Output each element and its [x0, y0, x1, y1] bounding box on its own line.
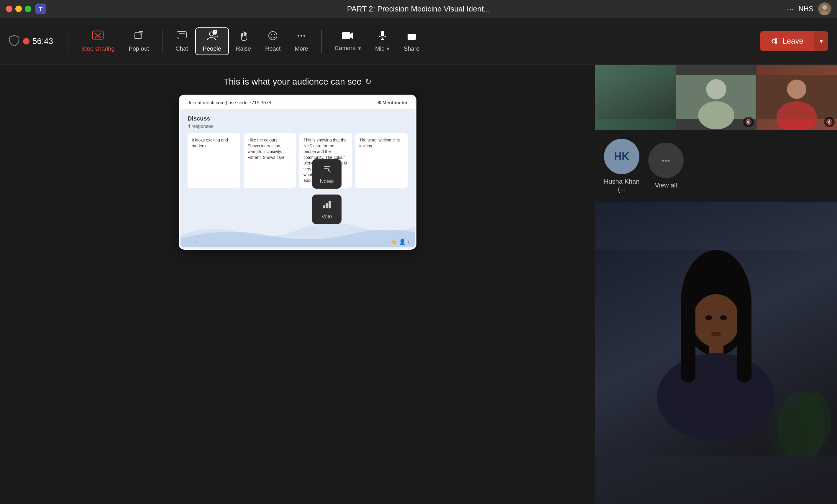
more-button[interactable]: More	[288, 28, 315, 55]
svg-point-53	[693, 294, 740, 347]
maximize-button[interactable]	[25, 5, 31, 12]
toolbar: 56:43 Stop sharing Pop out	[0, 18, 837, 65]
window-menu-icon[interactable]: ···	[787, 4, 794, 14]
svg-point-55	[657, 353, 775, 442]
menti-logo: ✱ Mentimeter	[377, 100, 408, 106]
react-button[interactable]: React	[258, 28, 288, 55]
camera-icon	[341, 31, 354, 43]
leave-dropdown-button[interactable]: ▾	[814, 31, 828, 51]
menti-next-icon[interactable]: →	[193, 239, 198, 245]
mic-label: Mic	[375, 45, 384, 52]
notes-icon	[321, 164, 332, 176]
camera-label-group: Camera ▾	[335, 45, 361, 52]
svg-rect-57	[737, 294, 751, 382]
menti-card-1: It looks exciting and modern.	[188, 133, 240, 188]
people-button[interactable]: 7 People	[195, 27, 229, 55]
participant-tile-husna: HK Husna Khan (...	[601, 139, 642, 193]
svg-point-41	[706, 79, 726, 99]
share-button[interactable]: Share	[397, 28, 426, 55]
menti-slide: Join at menti.com | use code 7719 3678 ✱…	[180, 95, 415, 249]
svg-text:7: 7	[214, 30, 216, 33]
svg-marker-24	[350, 32, 353, 39]
mic-button[interactable]: Mic ▾	[368, 28, 397, 55]
svg-rect-38	[328, 201, 331, 208]
svg-rect-5	[93, 31, 103, 39]
notes-button[interactable]: Notes	[312, 159, 341, 189]
pop-out-icon	[133, 30, 144, 44]
svg-rect-25	[381, 31, 384, 36]
svg-point-19	[274, 34, 275, 35]
window-title: PART 2: Precision Medicine Visual Ident.…	[347, 4, 490, 14]
leave-button-group[interactable]: Leave ▾	[760, 31, 828, 51]
menti-body: Discuss 4 responses It looks exciting an…	[180, 109, 415, 247]
teams-icon: T	[35, 3, 47, 15]
svg-text:T: T	[39, 6, 42, 12]
svg-point-21	[301, 35, 302, 37]
menti-header: Join at menti.com | use code 7719 3678 ✱…	[180, 96, 415, 109]
menti-nav[interactable]: ← →	[185, 239, 198, 245]
recording-indicator	[23, 38, 30, 44]
people-label: People	[203, 45, 221, 52]
title-bar-right: ··· NHS	[787, 2, 831, 15]
camera-button[interactable]: Camera ▾	[328, 28, 368, 54]
toolbar-divider-3	[321, 30, 322, 53]
menti-info-icon: ℹ	[408, 239, 410, 245]
user-avatar[interactable]	[818, 2, 831, 15]
mic-dropdown-arrow[interactable]: ▾	[387, 45, 390, 52]
title-bar: T PART 2: Precision Medicine Visual Iden…	[0, 0, 837, 18]
menti-join-code: Join at menti.com | use code 7719 3678	[188, 100, 271, 106]
stop-sharing-label: Stop sharing	[82, 45, 114, 52]
raise-hand-button[interactable]: Raise	[229, 28, 258, 55]
toolbar-divider-2	[162, 30, 162, 53]
svg-rect-36	[323, 205, 325, 208]
svg-point-59	[720, 315, 727, 320]
view-all-more-icon[interactable]: ···	[648, 143, 684, 178]
close-button[interactable]	[6, 5, 12, 12]
video-thumb-2: 🔇	[676, 65, 756, 130]
refresh-icon[interactable]: ↻	[365, 77, 372, 86]
muted-icon-2: 🔇	[824, 117, 835, 127]
stop-sharing-button[interactable]: Stop sharing	[74, 28, 122, 55]
view-all-tile[interactable]: ··· View all	[648, 143, 684, 189]
right-panel: 🔇 🔇 HK	[595, 65, 837, 504]
svg-rect-47	[756, 75, 837, 119]
share-label: Share	[404, 45, 420, 52]
menti-footer-icons: 👍 👤 ℹ	[390, 239, 410, 245]
menti-person-icon[interactable]: 👤	[399, 239, 406, 245]
vote-icon	[321, 199, 332, 212]
svg-rect-37	[326, 203, 328, 208]
leave-button[interactable]: Leave	[760, 31, 814, 51]
react-label: React	[265, 45, 281, 52]
more-label: More	[295, 45, 308, 52]
camera-dropdown-arrow[interactable]: ▾	[358, 45, 361, 52]
menti-thumb-icon[interactable]: 👍	[390, 239, 397, 245]
svg-point-22	[303, 35, 305, 37]
pop-out-button[interactable]: Pop out	[122, 28, 156, 55]
menti-prev-icon[interactable]: ←	[185, 239, 191, 245]
traffic-lights	[6, 5, 31, 12]
menti-card-4: The word 'welcome' is inviting.	[355, 133, 408, 188]
svg-point-18	[271, 34, 272, 35]
title-bar-left: T	[6, 3, 47, 15]
svg-rect-56	[681, 294, 695, 382]
toolbar-divider-1	[68, 30, 68, 53]
large-video-panel	[595, 202, 837, 504]
vote-label: Vote	[321, 214, 332, 220]
video-thumbnails-row: 🔇 🔇	[595, 65, 837, 130]
shield-icon	[9, 35, 19, 48]
mic-icon	[378, 30, 387, 43]
svg-point-35	[328, 169, 330, 171]
menti-response-count: 4 responses	[188, 124, 408, 129]
svg-point-58	[705, 315, 712, 320]
minimize-button[interactable]	[15, 5, 22, 12]
svg-rect-39	[595, 75, 676, 119]
more-icon	[296, 30, 307, 44]
chat-button[interactable]: Chat	[168, 28, 195, 55]
camera-label: Camera	[335, 45, 356, 52]
vote-button[interactable]: Vote	[312, 194, 341, 224]
husna-avatar: HK	[604, 139, 639, 174]
video-thumb-3: 🔇	[756, 65, 837, 130]
svg-point-3	[822, 5, 827, 10]
participants-row: HK Husna Khan (... ··· View all	[595, 130, 837, 202]
view-all-label[interactable]: View all	[655, 182, 677, 189]
